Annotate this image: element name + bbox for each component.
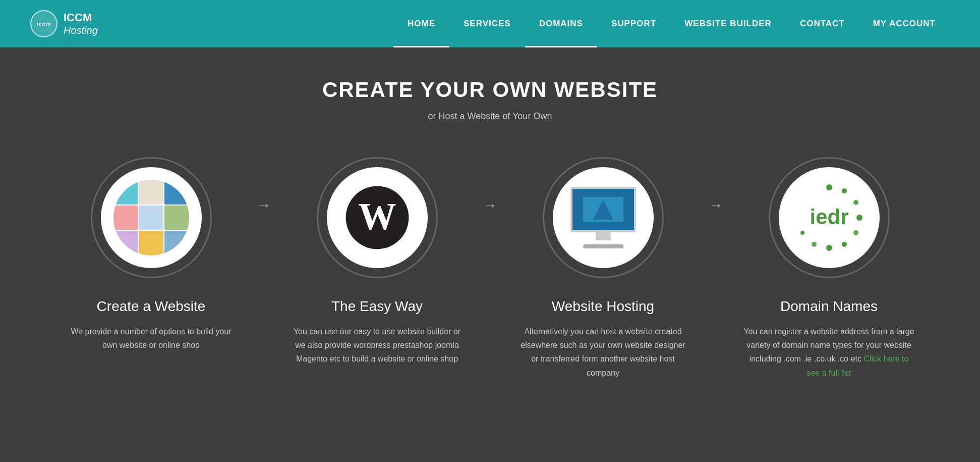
card-desc-domain: You can register a website address from … (743, 325, 915, 380)
svg-point-10 (842, 242, 847, 247)
arrow-1: → (257, 157, 271, 214)
card-title-create-website: Create a Website (97, 298, 206, 315)
card-create-website: Create a Website We provide a number of … (45, 157, 257, 352)
card-desc-create-website: We provide a number of options to build … (66, 325, 237, 352)
site-header: iccm ICCM Hosting HOME SERVICES DOMAINS … (0, 0, 980, 47)
nav-website-builder[interactable]: WEBSITE BUILDER (670, 0, 786, 47)
nav-domains[interactable]: DOMAINS (525, 0, 597, 47)
card-title-easy-way: The Easy Way (331, 298, 423, 315)
main-content: CREATE YOUR OWN WEBSITE or Host a Websit… (0, 47, 980, 462)
monitor-icon (570, 187, 636, 248)
arrow-2: → (483, 157, 497, 214)
nav-home[interactable]: HOME (393, 0, 449, 47)
nav-my-account[interactable]: MY ACCOUNT (859, 0, 950, 47)
logo-hosting: Hosting (64, 24, 98, 36)
svg-point-12 (812, 242, 817, 247)
card-title-domain: Domain Names (780, 298, 878, 315)
svg-point-13 (800, 231, 804, 235)
nav-services[interactable]: SERVICES (449, 0, 525, 47)
cards-row: Create a Website We provide a number of … (36, 157, 944, 380)
domain-logo-icon: iedr (791, 180, 867, 255)
card-title-hosting: Website Hosting (552, 298, 654, 315)
card-icon-create-website (91, 157, 212, 278)
wordpress-logo-icon: W (344, 185, 410, 250)
page-title: CREATE YOUR OWN WEBSITE (20, 78, 960, 102)
svg-text:W: W (358, 195, 396, 237)
svg-point-7 (853, 200, 858, 205)
logo[interactable]: iccm ICCM Hosting (30, 10, 98, 37)
svg-point-11 (826, 245, 832, 251)
svg-point-9 (853, 230, 858, 235)
svg-text:iedr: iedr (810, 205, 848, 229)
card-easy-way: W The Easy Way You can use our easy to u… (271, 157, 483, 366)
logo-company: ICCM (64, 11, 98, 24)
page-subtitle: or Host a Website of Your Own (20, 111, 960, 122)
main-nav: HOME SERVICES DOMAINS SUPPORT WEBSITE BU… (393, 0, 950, 47)
nav-support[interactable]: SUPPORT (597, 0, 670, 47)
svg-point-5 (826, 184, 832, 190)
card-desc-easy-way: You can use our easy to use website buil… (292, 325, 463, 366)
card-website-hosting: Website Hosting Alternatively you can ho… (497, 157, 709, 380)
card-icon-domain: iedr (769, 157, 890, 278)
logo-icon: iccm (30, 10, 57, 37)
arrow-3: → (709, 157, 723, 214)
card-desc-hosting: Alternatively you can host a website cre… (517, 325, 689, 380)
card-icon-hosting (543, 157, 664, 278)
card-domain-names: iedr Domain Names You can register a web… (723, 157, 935, 380)
svg-point-8 (856, 215, 862, 221)
card-icon-easy-way: W (317, 157, 438, 278)
nav-contact[interactable]: CONTACT (786, 0, 859, 47)
svg-point-6 (842, 188, 847, 193)
